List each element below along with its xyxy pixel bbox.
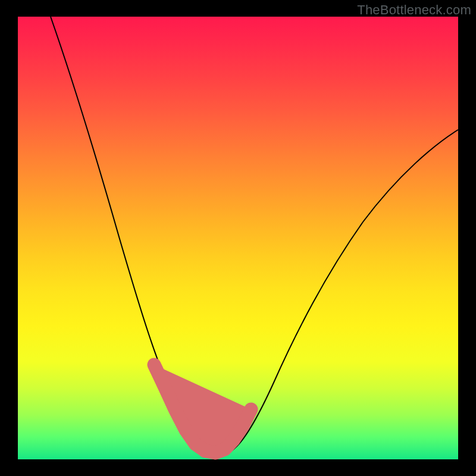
curve-svg <box>18 17 458 459</box>
watermark-text: TheBottleneck.com <box>357 2 471 18</box>
outer-frame: TheBottleneck.com <box>0 0 476 476</box>
plot-area <box>18 17 458 459</box>
marker-cluster <box>154 365 251 453</box>
bottleneck-curve <box>51 17 458 455</box>
